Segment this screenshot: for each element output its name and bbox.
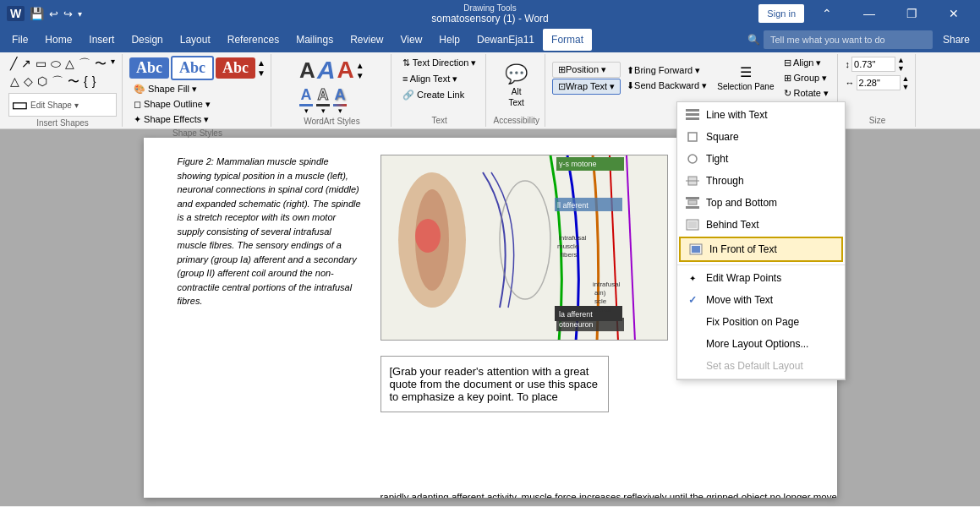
customize-btn[interactable]: ▾ [78, 9, 82, 19]
more-shapes[interactable]: ▾ [109, 56, 117, 73]
wordart-style-3[interactable]: A [337, 57, 354, 84]
shape-3[interactable]: ◇ [22, 74, 35, 90]
abc-style-2[interactable]: Abc [171, 56, 214, 80]
share-btn[interactable]: Share [936, 34, 977, 46]
figure-image-svg: la afferent γ-s motone intrafusal ain) s… [381, 155, 668, 341]
menu-format[interactable]: Format [543, 29, 592, 51]
accessibility-content: 💬 Alt Text [501, 56, 532, 114]
quick-save[interactable]: 💾 [30, 7, 44, 20]
size-content: ↕ ▲▼ ↔ ▲▼ [846, 56, 910, 114]
position-btn[interactable]: ⊞ Position ▾ [552, 62, 621, 78]
align-btn[interactable]: ⊟ Align ▾ [780, 56, 833, 70]
wordart-style-1[interactable]: A [299, 57, 315, 84]
group-btn[interactable]: ⊞ Group ▾ [780, 71, 833, 85]
line-with-text-icon [686, 108, 699, 122]
align-group-btn[interactable]: ⊟ Align ▾ ⊞ Group ▾ ↻ Rotate ▾ [780, 56, 833, 101]
shape-4[interactable]: ⬡ [36, 74, 49, 90]
shape-styles-group: Abc Abc Abc ▲▼ 🎨 Shape Fill ▾ ◻ Shape Ou… [124, 54, 271, 127]
fix-position-icon [686, 315, 699, 329]
svg-rect-21 [686, 113, 699, 116]
menu-file[interactable]: File [3, 29, 36, 51]
create-link-btn[interactable]: 🔗 Create Link [398, 88, 468, 102]
undo-btn[interactable]: ↩ [49, 8, 58, 20]
shape-6[interactable]: 〜 [66, 74, 81, 90]
abc-style-1[interactable]: Abc [129, 57, 169, 79]
shape-fill-btn[interactable]: 🎨 Shape Fill ▾ [129, 82, 215, 96]
text-label: Text [432, 116, 447, 125]
shape-8[interactable]: } [90, 74, 98, 90]
abc-style-3[interactable]: Abc [216, 57, 255, 79]
search-input[interactable] [764, 30, 933, 49]
edit-wrap-label: Edit Wrap Points [706, 272, 781, 284]
line-shape[interactable]: ╱ [8, 56, 19, 73]
menu-references[interactable]: References [219, 29, 287, 51]
large-rect-shape[interactable]: ▭ [11, 95, 29, 114]
shape-outline-btn[interactable]: ◻ Shape Outline ▾ [129, 97, 215, 112]
align-text-btn[interactable]: ≡ Align Text ▾ [398, 72, 462, 86]
rotate-btn[interactable]: ↻ Rotate ▾ [780, 86, 833, 101]
height-input[interactable] [851, 57, 895, 72]
arrow-shape[interactable]: ↗ [19, 56, 33, 73]
more-styles-btn[interactable]: ▲▼ [257, 58, 266, 78]
more-layout-label: More Layout Options... [706, 338, 808, 350]
line-with-text-item[interactable]: Line with Text [677, 104, 845, 126]
in-front-of-text-item[interactable]: In Front of Text [679, 237, 843, 262]
oval-shape[interactable]: ⬭ [49, 56, 63, 73]
shape-7[interactable]: { [82, 74, 90, 90]
menu-review[interactable]: Review [342, 29, 391, 51]
quote-box[interactable]: [Grab your reader's attention with a gre… [381, 356, 609, 412]
tight-item[interactable]: Tight [677, 148, 845, 170]
menu-user[interactable]: DewanEja11 [468, 29, 543, 51]
redo-btn[interactable]: ↪ [63, 8, 73, 20]
behind-text-item[interactable]: Behind Text [677, 214, 845, 236]
menu-bar: File Home Insert Design Layout Reference… [0, 27, 980, 52]
menu-home[interactable]: Home [36, 29, 80, 51]
top-bottom-icon [686, 196, 699, 210]
alt-text-btn[interactable]: 💬 Alt Text [501, 60, 532, 111]
close-btn[interactable]: ✕ [934, 0, 973, 27]
rect-shape[interactable]: ▭ [34, 56, 48, 73]
wrap-text-btn[interactable]: ⊡ Wrap Text ▾ [552, 79, 621, 95]
menu-insert[interactable]: Insert [80, 29, 123, 51]
edit-shape-btn[interactable]: Edit Shape ▾ [30, 101, 79, 110]
selection-pane-btn[interactable]: ☰ Selection Pane [713, 60, 778, 97]
width-spinup[interactable]: ▲▼ [902, 74, 910, 91]
bring-forward-btn[interactable]: ⬆ Bring Forward ▾ [622, 63, 711, 78]
sign-in-button[interactable]: Sign in [758, 4, 804, 23]
text-fill-btn[interactable]: A ▾ [299, 86, 313, 115]
wordart-style-2[interactable]: A [317, 56, 336, 84]
square-item[interactable]: Square [677, 126, 845, 148]
text-outline-btn[interactable]: A ▾ [316, 86, 330, 115]
edit-wrap-icon: ✦ [686, 271, 699, 285]
width-input[interactable] [857, 75, 901, 90]
shape-effects-btn[interactable]: ✦ Shape Effects ▾ [129, 112, 215, 127]
ribbon-toggle-btn[interactable]: ⌃ [808, 0, 846, 27]
edit-wrap-points-item[interactable]: ✦ Edit Wrap Points [677, 267, 845, 289]
move-with-text-item[interactable]: ✓ Move with Text [677, 289, 845, 311]
alt-text-label: Alt [512, 87, 522, 96]
more-layout-item[interactable]: More Layout Options... [677, 333, 845, 355]
through-icon [686, 174, 699, 188]
freeform-shape[interactable]: 〜 [93, 56, 108, 73]
shape-5[interactable]: ⌒ [50, 74, 65, 90]
menu-help[interactable]: Help [430, 29, 468, 51]
through-item[interactable]: Through [677, 170, 845, 192]
minimize-btn[interactable]: — [850, 0, 889, 27]
fix-position-item[interactable]: Fix Position on Page [677, 311, 845, 333]
height-spinup[interactable]: ▲▼ [897, 56, 905, 73]
menu-layout[interactable]: Layout [172, 29, 219, 51]
curve-shape[interactable]: ⌒ [77, 56, 92, 73]
menu-view[interactable]: View [392, 29, 431, 51]
text-direction-btn[interactable]: ⇅ Text Direction ▾ [398, 56, 481, 70]
wrap-options-section: Line with Text Square Tight Through Top … [677, 102, 845, 265]
menu-design[interactable]: Design [123, 29, 171, 51]
text-effects-btn[interactable]: A ▾ [333, 86, 347, 115]
menu-mailings[interactable]: Mailings [287, 29, 342, 51]
triangle-shape[interactable]: △ [63, 56, 76, 73]
top-and-bottom-item[interactable]: Top and Bottom [677, 192, 845, 214]
set-default-item[interactable]: Set as Default Layout [677, 355, 845, 377]
send-backward-btn[interactable]: ⬇ Send Backward ▾ [622, 79, 711, 93]
shape-2[interactable]: △ [8, 74, 21, 90]
restore-btn[interactable]: ❐ [892, 0, 931, 27]
more-wordart-btn[interactable]: ▲▼ [356, 61, 364, 80]
